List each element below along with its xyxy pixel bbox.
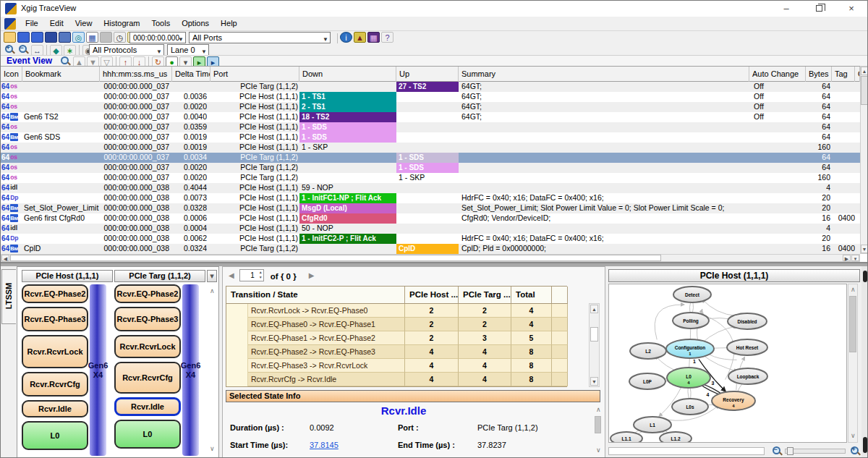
app-menu-icon[interactable]	[4, 18, 16, 30]
import-trace-2-icon[interactable]	[31, 32, 43, 43]
error-map-icon[interactable]: ▦	[367, 32, 380, 43]
transition-col-header[interactable]: PCIe Host ...	[405, 287, 459, 304]
table-row[interactable]: 64BмCplD000:00:00.000_0380.0324PCIe Targ…	[1, 244, 860, 254]
ssi-scroll-down[interactable]: ∨	[596, 446, 601, 454]
col-header-tag[interactable]: Tag	[832, 67, 855, 82]
ltssm-state-rcvr-eq-phase3[interactable]: Rcvr.EQ-Phase3	[114, 307, 181, 331]
select-event-icon[interactable]	[60, 56, 71, 67]
capture-view-icon[interactable]: ◎	[72, 32, 85, 43]
ltssm-state-rcvr-rcvrcfg[interactable]: Rcvr.RcvrCfg	[22, 372, 88, 396]
stop-disabled-icon[interactable]	[100, 32, 112, 43]
col-header-delta-time[interactable]: Delta Time	[172, 67, 210, 82]
trace-vscrollbar[interactable]: ▲ ▼	[860, 66, 868, 254]
menu-view[interactable]: View	[69, 17, 98, 30]
transition-row[interactable]: Rcvr.RcvrLock -> Rcvr.EQ-Phase0224	[226, 304, 566, 318]
menu-edit[interactable]: Edit	[44, 17, 69, 30]
state-node-l1[interactable]: L1	[634, 417, 671, 433]
zoom-slider-track[interactable]	[785, 449, 846, 454]
ports-combobox[interactable]: All Ports▼	[189, 32, 331, 43]
help-icon[interactable]: ?	[381, 32, 393, 43]
table-row[interactable]: 64idl000:00:00.000_0380.0004PCIe Host (1…	[1, 224, 860, 234]
transition-col-header[interactable]	[552, 287, 568, 304]
col-header-qu[interactable]: Qu	[855, 67, 860, 82]
table-row[interactable]: 64os000:00:00.000_0370.0034PCIe Targ (1,…	[1, 153, 860, 163]
state-node-hotreset[interactable]: Hot Reset	[727, 339, 767, 355]
ssi-scroll-thumb[interactable]	[595, 416, 601, 433]
state-node-loopback[interactable]: Loopback	[728, 368, 767, 384]
zoom-in-icon[interactable]: +	[850, 446, 861, 457]
state-node-l0p[interactable]: L0P	[629, 373, 665, 389]
trace-hscrollbar[interactable]: ◀ ▶ ▾	[1, 254, 860, 262]
menu-histogram[interactable]: Histogram	[98, 17, 145, 30]
state-node-polling[interactable]: Polling	[673, 313, 709, 328]
transition-col-header[interactable]: Transition / State	[226, 287, 405, 304]
save-icon[interactable]	[45, 32, 57, 43]
ltssm-scroll-up[interactable]: ∧	[210, 287, 215, 294]
grid-view-icon[interactable]: ▦	[86, 32, 98, 43]
ltssm-state-rcvr-idle[interactable]: Rcvr.Idle	[22, 400, 88, 417]
transition-row[interactable]: Rcvr.EQ-Phase0 -> Rcvr.EQ-Phase1224	[226, 318, 566, 331]
table-row[interactable]: 64os000:00:00.000_0370.0020PCIe Host (1,…	[1, 102, 860, 112]
zoom-slider-thumb[interactable]	[787, 447, 793, 455]
col-header-bytes[interactable]: Bytes	[806, 67, 832, 82]
table-row[interactable]: 64BмGen6 TS2000:00:00.000_0370.0040PCIe …	[1, 112, 860, 122]
col-header-down[interactable]: Down	[299, 67, 396, 82]
import-trace-1-icon[interactable]	[17, 32, 30, 43]
table-row[interactable]: 64Dp000:00:00.000_0380.0062PCIe Host (1,…	[1, 234, 860, 244]
menu-file[interactable]: File	[20, 17, 44, 30]
table-row[interactable]: 64os000:00:00.000_0370.0019PCIe Host (1,…	[1, 143, 860, 153]
info-icon[interactable]: i	[340, 32, 352, 43]
ltssm-tab[interactable]: LTSSM	[1, 269, 16, 324]
start-time-link[interactable]: 37.8145	[310, 441, 339, 449]
transition-col-header[interactable]: PCIe Targ ...	[459, 287, 511, 304]
restore-button[interactable]	[803, 1, 835, 17]
state-node-l2[interactable]: L2	[630, 343, 666, 359]
time-combobox[interactable]: 000:00:00.000 037▼	[129, 32, 186, 43]
zoom-in-icon[interactable]: +	[4, 44, 15, 55]
state-node-configuration[interactable]: Configuration1	[666, 339, 714, 358]
save-all-icon[interactable]	[59, 32, 71, 43]
table-row[interactable]: 64os000:00:00.000_0370.0020PCIe Targ (1,…	[1, 163, 860, 173]
open-folder-icon[interactable]	[4, 32, 16, 43]
ltssm-targ-header[interactable]: PCIe Targ (1,1,2)	[114, 270, 205, 282]
menu-help[interactable]: Help	[215, 17, 243, 30]
clock-icon[interactable]: ◷	[114, 32, 126, 43]
ltssm-host-header[interactable]: PCIe Host (1,1,1)	[22, 270, 113, 282]
col-header-port[interactable]: Port	[210, 67, 299, 82]
ssi-scroll-up[interactable]: ∧	[596, 406, 601, 413]
transition-vscrollbar[interactable]: ▲ ▼	[589, 303, 600, 387]
ltssm-state-l0[interactable]: L0	[22, 421, 88, 450]
table-row[interactable]: 64idl000:00:00.000_0380.4044PCIe Host (1…	[1, 183, 860, 193]
transition-row[interactable]: Rcvr.EQ-Phase3 -> Rcvr.RcvrLock448	[226, 359, 566, 373]
transition-row[interactable]: Rcvr.EQ-Phase1 -> Rcvr.EQ-Phase2235	[226, 331, 566, 345]
transition-col-header[interactable]: Total	[511, 287, 552, 304]
ltssm-dropdown[interactable]: ▾	[207, 270, 217, 282]
col-header-summary[interactable]: Summary	[459, 67, 749, 82]
fit-width-icon[interactable]: ↔	[31, 45, 43, 56]
protocols-combobox[interactable]: All Protocols▼	[89, 44, 164, 56]
zoom-out-icon[interactable]: −	[18, 44, 29, 55]
state-node-l0s[interactable]: L0s	[672, 399, 708, 415]
close-button[interactable]: ×	[835, 1, 867, 17]
ltssm-state-rcvr-eq-phase3[interactable]: Rcvr.EQ-Phase3	[22, 307, 88, 331]
table-row[interactable]: 64os000:00:00.000_037PCIe Targ (1,1,2)27…	[1, 82, 860, 92]
col-header-icon[interactable]: Icon	[1, 67, 22, 82]
menu-tools[interactable]: Tools	[145, 17, 176, 30]
table-row[interactable]: 64BмGen6 first CfgRd0000:00:00.000_0380.…	[1, 213, 860, 224]
table-row[interactable]: 64BмGen6 SDS000:00:00.000_0370.0019PCIe …	[1, 132, 860, 143]
ltssm-state-rcvr-eq-phase2[interactable]: Rcvr.EQ-Phase2	[114, 284, 181, 303]
table-row[interactable]: 64os000:00:00.000_0370.0359PCIe Host (1,…	[1, 122, 860, 132]
menu-options[interactable]: Options	[176, 17, 215, 30]
minimize-button[interactable]: –	[770, 1, 802, 17]
expand-all-icon[interactable]: ∗	[64, 45, 76, 56]
table-row[interactable]: 64os000:00:00.000_0370.0036PCIe Host (1,…	[1, 92, 860, 102]
transition-row[interactable]: Rcvr.RcvrCfg -> Rcvr.Idle448	[226, 373, 566, 386]
col-header-up[interactable]: Up	[396, 67, 459, 82]
state-node-l1.2[interactable]: L1.2	[660, 432, 692, 442]
lane-combobox[interactable]: Lane 0▼	[167, 44, 209, 56]
col-header-bookmark[interactable]: Bookmark	[22, 67, 100, 82]
table-row[interactable]: 64os000:00:00.000_0370.0020PCIe Targ (1,…	[1, 173, 860, 183]
diagram-hscrollbar[interactable]	[608, 447, 765, 455]
collapse-splitter[interactable]	[861, 266, 868, 458]
ltssm-state-rcvr-rcvrcfg[interactable]: Rcvr.RcvrCfg	[114, 362, 181, 394]
